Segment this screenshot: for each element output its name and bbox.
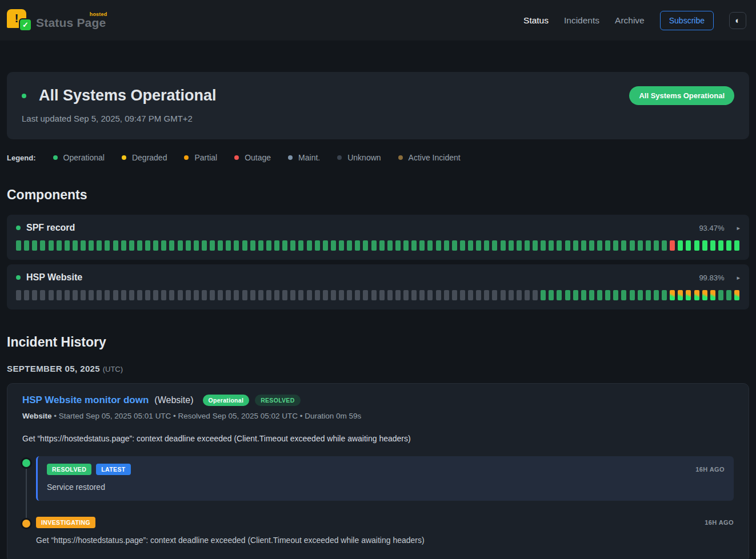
uptime-percentage: 99.83%: [699, 274, 724, 282]
nav-link-status[interactable]: Status: [523, 15, 549, 26]
uptime-bar: [178, 290, 183, 300]
uptime-bar: [492, 240, 497, 251]
legend-dot-icon: [337, 155, 342, 160]
uptime-bar: [694, 240, 699, 251]
uptime-bar: [726, 290, 731, 300]
timeline-dot-icon: [22, 459, 30, 467]
timeline-entry-investigating: INVESTIGATING 16H AGO Get “https://hoste…: [22, 517, 734, 545]
uptime-bar: [258, 240, 263, 251]
uptime-bar: [734, 290, 739, 300]
uptime-bar: [210, 240, 215, 251]
uptime-bar: [452, 290, 457, 300]
uptime-bar: [476, 240, 481, 251]
component-name: SPF record: [26, 223, 75, 233]
component-card-hsp-website: HSP Website 99.83% ▸: [7, 264, 749, 309]
uptime-bar: [509, 240, 514, 251]
chevron-right-icon[interactable]: ▸: [737, 274, 740, 281]
uptime-bar: [436, 290, 441, 300]
uptime-bar: [419, 240, 425, 251]
component-header[interactable]: SPF record 93.47% ▸: [16, 223, 740, 233]
uptime-bar: [427, 290, 433, 300]
uptime-bar: [686, 240, 691, 251]
subscribe-button[interactable]: Subscribe: [660, 11, 714, 30]
uptime-bar: [266, 240, 271, 251]
uptime-bar: [282, 240, 287, 251]
contrast-icon: ◐: [735, 16, 740, 25]
uptime-percentage: 93.47%: [699, 224, 724, 232]
uptime-bar: [186, 290, 191, 300]
incident-timeline: RESOLVED LATEST 16H AGO Service restored…: [22, 456, 734, 545]
uptime-bar: [573, 240, 578, 251]
uptime-bar: [161, 290, 166, 300]
legend-dot-icon: [398, 155, 403, 160]
uptime-bar: [282, 290, 287, 300]
uptime-bar: [137, 290, 142, 300]
uptime-bar: [557, 290, 562, 300]
uptime-bar: [726, 240, 731, 251]
incident-description: Get “https://hostedstatus.page”: context…: [22, 434, 734, 443]
legend-label: Operational: [63, 153, 105, 162]
uptime-bar: [315, 290, 320, 300]
legend-title: Legend:: [7, 154, 36, 162]
legend-label: Maint.: [298, 153, 320, 162]
chevron-right-icon[interactable]: ▸: [737, 224, 740, 232]
page-content: All Systems Operational All Systems Oper…: [0, 41, 756, 559]
uptime-bar: [274, 240, 279, 251]
uptime-bar: [460, 290, 465, 300]
incident-meta-details: • Started Sep 05, 2025 05:01 UTC • Resol…: [52, 412, 362, 420]
legend-dot-icon: [122, 155, 126, 160]
status-overview-header: All Systems Operational All Systems Oper…: [22, 86, 734, 105]
uptime-bar: [525, 240, 530, 251]
timeline-update-header: RESOLVED LATEST 16H AGO: [47, 464, 725, 475]
nav-link-incidents[interactable]: Incidents: [564, 15, 599, 26]
uptime-bar: [40, 240, 45, 251]
uptime-bar: [403, 240, 409, 251]
uptime-bar: [194, 290, 199, 300]
legend-dot-icon: [288, 155, 293, 160]
nav-link-archive[interactable]: Archive: [615, 15, 645, 26]
overall-status-title: All Systems Operational: [39, 87, 217, 104]
uptime-bar: [331, 240, 336, 251]
incident-date-text: SEPTEMBER 05, 2025: [7, 364, 100, 373]
uptime-bar: [718, 240, 723, 251]
incident-title-link[interactable]: HSP Website monitor down: [22, 395, 149, 406]
uptime-bar: [16, 290, 21, 300]
legend: Legend: OperationalDegradedPartialOutage…: [7, 153, 749, 162]
uptime-bar: [670, 290, 675, 300]
uptime-bar: [387, 240, 393, 251]
uptime-bar: [290, 290, 295, 300]
uptime-bar: [234, 290, 239, 300]
uptime-bar: [274, 290, 279, 300]
components-heading: Components: [7, 187, 749, 203]
uptime-bar: [121, 290, 126, 300]
legend-label: Unknown: [347, 153, 381, 162]
uptime-bar: [250, 240, 255, 251]
uptime-bar: [654, 290, 659, 300]
uptime-bar: [290, 240, 295, 251]
uptime-bar: [565, 290, 570, 300]
uptime-bar: [613, 290, 618, 300]
uptime-bar: [49, 240, 54, 251]
uptime-bar: [476, 290, 481, 300]
uptime-bar: [145, 290, 150, 300]
uptime-bar: [605, 290, 610, 300]
uptime-bar: [57, 240, 62, 251]
uptime-bar: [411, 240, 417, 251]
update-text: Get “https://hostedstatus.page”: context…: [36, 536, 734, 545]
timeline-update-box: RESOLVED LATEST 16H AGO Service restored: [36, 456, 734, 501]
uptime-bar: [363, 290, 368, 300]
legend-dot-icon: [184, 155, 189, 160]
component-header[interactable]: HSP Website 99.83% ▸: [16, 272, 740, 283]
theme-toggle-button[interactable]: ◐: [729, 12, 746, 29]
brand-title: Status Page hosted: [36, 16, 106, 30]
uptime-bar: [16, 240, 21, 251]
uptime-bar: [218, 240, 223, 251]
legend-item: Outage: [234, 153, 271, 162]
uptime-bar: [452, 240, 457, 251]
brand-superscript: hosted: [90, 11, 107, 17]
uptime-bar: [379, 290, 385, 300]
uptime-bar: [73, 290, 78, 300]
brand[interactable]: ! ✓ Status Page hosted: [7, 9, 106, 32]
legend-label: Partial: [194, 153, 217, 162]
update-time: 16H AGO: [695, 466, 725, 473]
